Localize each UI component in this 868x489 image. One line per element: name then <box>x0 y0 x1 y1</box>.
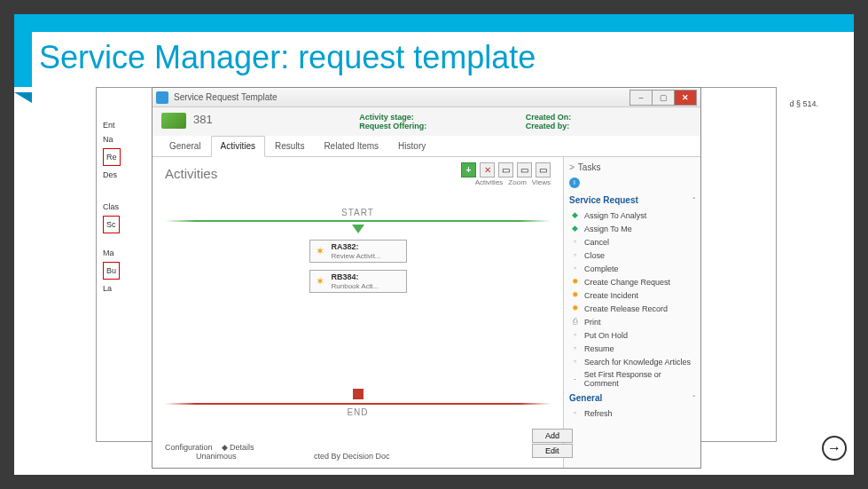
start-label: START <box>165 208 551 217</box>
tab-general[interactable]: General <box>160 136 211 156</box>
next-slide-button[interactable]: → <box>822 436 847 461</box>
task-item[interactable]: ▫Search for Knowledge Articles <box>569 355 695 368</box>
tasks-header: Tasks <box>569 162 695 172</box>
activity-icon: ✶ <box>316 275 328 288</box>
task-item[interactable]: ·Set First Response or Comment <box>569 368 695 390</box>
service-request-template-window: Service Request Template – ▢ ✕ 381 Activ… <box>152 87 701 469</box>
task-item[interactable]: ✸Create Change Request <box>569 275 695 288</box>
task-item[interactable]: ✸Create Release Record <box>569 302 695 315</box>
tab-strip: General Activities Results Related Items… <box>152 136 700 157</box>
info-icon: i <box>569 177 580 188</box>
task-item[interactable]: ▫Refresh <box>569 406 695 420</box>
request-id: 381 <box>193 113 213 126</box>
task-item[interactable]: ◆Assign To Analyst <box>569 209 695 222</box>
ticket-icon <box>161 113 186 129</box>
end-stop-icon <box>353 389 364 399</box>
add-button[interactable]: Add <box>532 429 573 443</box>
task-item[interactable]: ▫Resume <box>569 342 695 355</box>
section-service-request[interactable]: Service Requestˆ <box>569 195 695 205</box>
bottom-fragments: Configuration ◆ Details Unanimous cted B… <box>165 443 390 461</box>
close-button[interactable]: ✕ <box>674 90 697 106</box>
activities-canvas: Activities + ✕ ▭ ▭ ▭ Activities Zoom Vie… <box>152 157 563 468</box>
activity-stage-label: Activity stage: <box>359 113 525 122</box>
task-item[interactable]: ▫Cancel <box>569 235 695 248</box>
toolbar-label-views: Views <box>532 178 551 186</box>
tasks-panel: Tasks i Service Requestˆ ◆Assign To Anal… <box>563 157 700 468</box>
tab-activities[interactable]: Activities <box>211 136 265 157</box>
minimize-button[interactable]: – <box>629 90 653 106</box>
toolbar-button-2[interactable]: ▭ <box>517 162 532 177</box>
created-on-label: Created On: <box>526 113 692 122</box>
window-title: Service Request Template <box>174 92 278 102</box>
maximize-button[interactable]: ▢ <box>652 90 675 106</box>
start-arrow-icon <box>352 225 364 233</box>
task-item[interactable]: ▫Complete <box>569 262 695 275</box>
add-activity-button[interactable]: + <box>461 162 476 177</box>
background-window-right <box>688 87 777 442</box>
section-general[interactable]: Generalˆ <box>569 393 695 403</box>
left-fragments: Ent Na Re Des Clas Sc Ma Bu La <box>103 118 121 296</box>
created-by-label: Created by: <box>526 122 692 130</box>
task-item[interactable]: ▫Put On Hold <box>569 328 695 342</box>
slide-title: Service Manager: request template <box>39 39 836 76</box>
end-label: END <box>165 407 551 417</box>
window-titlebar: Service Request Template – ▢ ✕ <box>152 88 700 107</box>
toolbar-label-zoom: Zoom <box>508 178 526 186</box>
request-offering-label: Request Offering: <box>359 122 525 130</box>
delete-activity-button[interactable]: ✕ <box>480 162 495 177</box>
edit-button[interactable]: Edit <box>532 444 573 458</box>
task-item[interactable]: ◆Assign To Me <box>569 222 695 235</box>
task-item[interactable]: ✸Create Incident <box>569 288 695 302</box>
toolbar-button-1[interactable]: ▭ <box>498 162 513 177</box>
right-fragment: d § 514. <box>789 99 818 108</box>
activity-node-ra382[interactable]: ✶ RA382:Review Activit... <box>309 240 407 263</box>
activity-icon: ✶ <box>316 245 328 257</box>
tab-related-items[interactable]: Related Items <box>314 136 388 156</box>
tab-results[interactable]: Results <box>265 136 314 156</box>
app-icon <box>156 91 168 104</box>
task-item[interactable]: ⎙Print <box>569 315 695 328</box>
toolbar-button-3[interactable]: ▭ <box>536 162 551 177</box>
toolbar-label-activities: Activities <box>475 178 504 186</box>
tab-history[interactable]: History <box>388 136 435 156</box>
task-item[interactable]: ▫Close <box>569 248 695 262</box>
activity-node-rb384[interactable]: ✶ RB384:Runbook Acti... <box>309 270 407 293</box>
